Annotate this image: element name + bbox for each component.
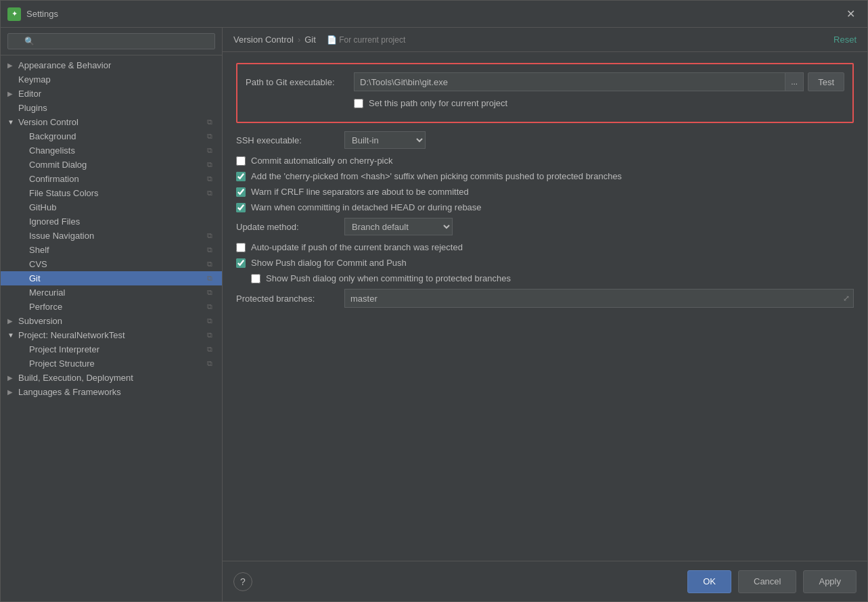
ssh-label: SSH executable: [236, 135, 344, 145]
copy-icon: ⧉ [204, 132, 215, 141]
commit-cherry-pick-row: Commit automatically on cherry-pick [236, 156, 854, 166]
breadcrumb-parent: Version Control [233, 34, 294, 45]
sidebar-item-label: Version Control [18, 117, 78, 127]
auto-update-push-checkbox[interactable] [236, 243, 246, 252]
sidebar-item-shelf[interactable]: Shelf ⧉ [1, 243, 222, 257]
sidebar-item-subversion[interactable]: ▶ Subversion ⧉ [1, 314, 222, 328]
reset-button[interactable]: Reset [833, 34, 856, 45]
sidebar-item-project-structure[interactable]: Project Structure ⧉ [1, 356, 222, 371]
warn-detached-head-label: Warn when committing in detached HEAD or… [251, 202, 482, 212]
sidebar-item-issue-navigation[interactable]: Issue Navigation ⧉ [1, 229, 222, 243]
show-push-dialog-protected-label: Show Push dialog only when committing to… [266, 273, 511, 283]
sidebar-tree: ▶ Appearance & Behavior Keymap ▶ Editor … [1, 55, 222, 601]
sidebar-item-version-control[interactable]: ▼ Version Control ⧉ [1, 115, 222, 129]
app-icon: ✦ [7, 7, 21, 21]
warn-detached-head-row: Warn when committing in detached HEAD or… [236, 202, 854, 212]
sidebar-item-file-status-colors[interactable]: File Status Colors ⧉ [1, 186, 222, 200]
copy-icon: ⧉ [204, 359, 215, 368]
update-method-select[interactable]: Branch default Merge Rebase [344, 218, 453, 235]
update-method-row: Update method: Branch default Merge Reba… [236, 218, 854, 235]
apply-button[interactable]: Apply [803, 570, 856, 593]
path-input-wrapper: ... Test [354, 72, 844, 91]
arrow-icon: ▼ [7, 118, 18, 126]
sidebar-item-label: Keymap [18, 74, 51, 85]
sidebar-item-cvs[interactable]: CVS ⧉ [1, 257, 222, 271]
ok-button[interactable]: OK [687, 570, 731, 593]
warn-crlf-checkbox[interactable] [236, 187, 246, 197]
warn-crlf-row: Warn if CRLF line separators are about t… [236, 187, 854, 197]
copy-icon: ⧉ [204, 302, 215, 311]
cancel-button[interactable]: Cancel [738, 570, 796, 593]
sidebar-item-confirmation[interactable]: Confirmation ⧉ [1, 172, 222, 186]
path-label: Path to Git executable: [246, 77, 354, 87]
warn-detached-head-checkbox[interactable] [236, 203, 246, 212]
sidebar-item-keymap[interactable]: Keymap [1, 72, 222, 87]
breadcrumb-separator: › [298, 34, 300, 45]
test-button[interactable]: Test [808, 72, 844, 91]
show-push-dialog-label: Show Push dialog for Commit and Push [251, 258, 407, 268]
protected-input-wrapper: ⤢ [344, 289, 854, 308]
sidebar-item-label: Perforce [29, 302, 62, 312]
document-icon: 📄 [327, 35, 337, 45]
arrow-icon: ▼ [7, 331, 18, 339]
copy-icon: ⧉ [204, 118, 215, 126]
sidebar-item-languages-frameworks[interactable]: ▶ Languages & Frameworks [1, 385, 222, 399]
sidebar-item-label: Editor [18, 89, 41, 99]
sidebar-item-commit-dialog[interactable]: Commit Dialog ⧉ [1, 158, 222, 172]
sidebar-item-plugins[interactable]: Plugins [1, 101, 222, 115]
arrow-icon: ▶ [7, 374, 18, 381]
sidebar-item-label: Plugins [18, 103, 47, 113]
sidebar-item-project[interactable]: ▼ Project: NeuralNetworkTest ⧉ [1, 328, 222, 342]
show-push-dialog-checkbox[interactable] [236, 258, 246, 268]
sidebar-item-label: Project Interpreter [29, 344, 99, 354]
ssh-select[interactable]: Built-in Native [344, 131, 426, 149]
bottom-bar: ? OK Cancel Apply [223, 561, 867, 601]
breadcrumb-current: Git [304, 34, 316, 45]
cherry-picked-suffix-checkbox[interactable] [236, 172, 246, 181]
sidebar-item-label: Shelf [29, 245, 49, 255]
set-path-label: Set this path only for current project [369, 98, 507, 108]
cherry-picked-suffix-row: Add the 'cherry-picked from <hash>' suff… [236, 171, 854, 181]
sidebar-item-label: File Status Colors [29, 188, 99, 198]
sidebar-item-changelists[interactable]: Changelists ⧉ [1, 143, 222, 158]
copy-icon: ⧉ [204, 274, 215, 283]
arrow-icon: ▶ [7, 317, 18, 325]
arrow-icon: ▶ [7, 90, 18, 97]
sidebar-item-label: Build, Execution, Deployment [18, 373, 133, 383]
sidebar-item-label: Confirmation [29, 174, 79, 184]
sidebar-item-build-execution[interactable]: ▶ Build, Execution, Deployment [1, 371, 222, 385]
sidebar-item-label: Changelists [29, 145, 75, 156]
title-bar: ✦ Settings ✕ [1, 1, 867, 28]
sidebar-item-git[interactable]: Git ⧉ [1, 271, 222, 285]
set-path-row: Set this path only for current project [246, 98, 844, 108]
warn-crlf-label: Warn if CRLF line separators are about t… [251, 187, 469, 197]
ssh-row: SSH executable: Built-in Native [236, 131, 854, 149]
sidebar-item-editor[interactable]: ▶ Editor [1, 87, 222, 101]
close-button[interactable]: ✕ [841, 5, 861, 23]
sidebar-item-perforce[interactable]: Perforce ⧉ [1, 300, 222, 314]
auto-update-push-row: Auto-update if push of the current branc… [236, 242, 854, 252]
auto-update-push-label: Auto-update if push of the current branc… [251, 242, 463, 252]
sidebar-item-appearance[interactable]: ▶ Appearance & Behavior [1, 58, 222, 72]
sidebar-item-background[interactable]: Background ⧉ [1, 129, 222, 143]
git-path-input[interactable] [354, 72, 785, 91]
arrow-icon: ▶ [7, 62, 18, 69]
search-input[interactable] [7, 33, 215, 49]
sidebar-item-label: Git [29, 273, 41, 283]
browse-button[interactable]: ... [785, 72, 804, 91]
sidebar-item-github[interactable]: GitHub [1, 200, 222, 214]
update-method-label: Update method: [236, 222, 344, 232]
sidebar-item-project-interpreter[interactable]: Project Interpreter ⧉ [1, 342, 222, 356]
protected-branches-label: Protected branches: [236, 294, 344, 304]
help-button[interactable]: ? [233, 572, 252, 591]
copy-icon: ⧉ [204, 146, 215, 155]
copy-icon: ⧉ [204, 317, 215, 325]
set-path-checkbox[interactable] [354, 99, 363, 108]
copy-icon: ⧉ [204, 160, 215, 169]
protected-branches-row: Protected branches: ⤢ [236, 289, 854, 308]
protected-branches-input[interactable] [344, 289, 854, 308]
sidebar-item-mercurial[interactable]: Mercurial ⧉ [1, 285, 222, 300]
commit-cherry-pick-checkbox[interactable] [236, 156, 246, 166]
show-push-dialog-protected-checkbox[interactable] [251, 274, 260, 283]
sidebar-item-ignored-files[interactable]: Ignored Files [1, 214, 222, 229]
